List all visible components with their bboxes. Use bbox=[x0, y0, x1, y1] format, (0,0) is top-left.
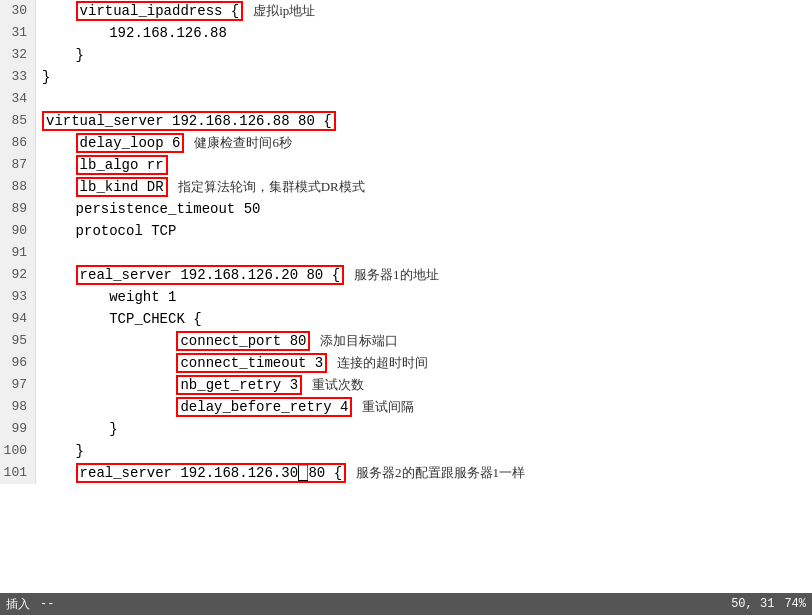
code-100: } bbox=[42, 440, 84, 462]
code-87: lb_algo rr bbox=[42, 154, 168, 176]
annotation-97: 重试次数 bbox=[312, 374, 364, 396]
annotation-95: 添加目标端口 bbox=[320, 330, 398, 352]
box-lb-algo: lb_algo rr bbox=[76, 155, 168, 175]
box-real-server-2: real_server 192.168.126.30█80 { bbox=[76, 463, 346, 483]
code-99: } bbox=[42, 418, 118, 440]
line-32: 32 } bbox=[0, 44, 812, 66]
box-real-server-1: real_server 192.168.126.20 80 { bbox=[76, 265, 344, 285]
line-num-100: 100 bbox=[0, 440, 36, 462]
line-num-98: 98 bbox=[0, 396, 36, 418]
line-num-97: 97 bbox=[0, 374, 36, 396]
box-delay-loop: delay_loop 6 bbox=[76, 133, 185, 153]
code-31: 192.168.126.88 bbox=[42, 22, 227, 44]
line-num-95: 95 bbox=[0, 330, 36, 352]
line-85: 85 virtual_server 192.168.126.88 80 { bbox=[0, 110, 812, 132]
box-virtual-server: virtual_server 192.168.126.88 80 { bbox=[42, 111, 336, 131]
scroll-percent: 74% bbox=[784, 597, 806, 611]
line-93: 93 weight 1 bbox=[0, 286, 812, 308]
line-86: 86 delay_loop 6 健康检查时间6秒 bbox=[0, 132, 812, 154]
line-92: 92 real_server 192.168.126.20 80 { 服务器1的… bbox=[0, 264, 812, 286]
code-93: weight 1 bbox=[42, 286, 176, 308]
line-num-92: 92 bbox=[0, 264, 36, 286]
line-91: 91 bbox=[0, 242, 812, 264]
cursor-position: 50, 31 bbox=[731, 597, 774, 611]
line-31: 31 192.168.126.88 bbox=[0, 22, 812, 44]
insert-mode: 插入 bbox=[6, 596, 30, 613]
code-94: TCP_CHECK { bbox=[42, 308, 202, 330]
annotation-101: 服务器2的配置跟服务器1一样 bbox=[356, 462, 525, 484]
line-88: 88 lb_kind DR 指定算法轮询，集群模式DR模式 bbox=[0, 176, 812, 198]
line-99: 99 } bbox=[0, 418, 812, 440]
code-34 bbox=[42, 88, 50, 110]
box-nb-get-retry: nb_get_retry 3 bbox=[176, 375, 302, 395]
code-block: 30 virtual_ipaddress { 虚拟ip地址 31 192.168… bbox=[0, 0, 812, 484]
line-90: 90 protocol TCP bbox=[0, 220, 812, 242]
line-30: 30 virtual_ipaddress { 虚拟ip地址 bbox=[0, 0, 812, 22]
code-96: connect_timeout 3 bbox=[42, 352, 327, 374]
line-num-90: 90 bbox=[0, 220, 36, 242]
code-88: lb_kind DR bbox=[42, 176, 168, 198]
box-delay-before-retry: delay_before_retry 4 bbox=[176, 397, 352, 417]
dash-separator: -- bbox=[40, 597, 54, 611]
line-num-30: 30 bbox=[0, 0, 36, 22]
line-94: 94 TCP_CHECK { bbox=[0, 308, 812, 330]
status-left: 插入 -- bbox=[6, 596, 54, 613]
code-89: persistence_timeout 50 bbox=[42, 198, 260, 220]
status-right: 50, 31 74% bbox=[731, 597, 806, 611]
line-95: 95 connect_port 80 添加目标端口 bbox=[0, 330, 812, 352]
line-87: 87 lb_algo rr bbox=[0, 154, 812, 176]
line-num-91: 91 bbox=[0, 242, 36, 264]
line-num-101: 101 bbox=[0, 462, 36, 484]
line-num-32: 32 bbox=[0, 44, 36, 66]
line-num-89: 89 bbox=[0, 198, 36, 220]
code-30: virtual_ipaddress { bbox=[42, 0, 243, 22]
box-virtual-ipaddress: virtual_ipaddress { bbox=[76, 1, 244, 21]
status-bar: 插入 -- 50, 31 74% bbox=[0, 593, 812, 615]
code-91 bbox=[42, 242, 50, 264]
line-num-31: 31 bbox=[0, 22, 36, 44]
line-num-88: 88 bbox=[0, 176, 36, 198]
code-95: connect_port 80 bbox=[42, 330, 310, 352]
line-num-93: 93 bbox=[0, 286, 36, 308]
code-33: } bbox=[42, 66, 50, 88]
line-num-33: 33 bbox=[0, 66, 36, 88]
line-num-34: 34 bbox=[0, 88, 36, 110]
code-98: delay_before_retry 4 bbox=[42, 396, 352, 418]
code-101: real_server 192.168.126.30█80 { bbox=[42, 462, 346, 484]
box-lb-kind: lb_kind DR bbox=[76, 177, 168, 197]
line-96: 96 connect_timeout 3 连接的超时时间 bbox=[0, 352, 812, 374]
line-101: 101 real_server 192.168.126.30█80 { 服务器2… bbox=[0, 462, 812, 484]
code-90: protocol TCP bbox=[42, 220, 176, 242]
annotation-96: 连接的超时时间 bbox=[337, 352, 428, 374]
line-98: 98 delay_before_retry 4 重试间隔 bbox=[0, 396, 812, 418]
code-85: virtual_server 192.168.126.88 80 { bbox=[42, 110, 336, 132]
line-97: 97 nb_get_retry 3 重试次数 bbox=[0, 374, 812, 396]
code-32: } bbox=[42, 44, 84, 66]
annotation-30: 虚拟ip地址 bbox=[253, 0, 315, 22]
line-100: 100 } bbox=[0, 440, 812, 462]
annotation-86: 健康检查时间6秒 bbox=[194, 132, 292, 154]
annotation-88: 指定算法轮询，集群模式DR模式 bbox=[178, 176, 365, 198]
line-num-94: 94 bbox=[0, 308, 36, 330]
annotation-98: 重试间隔 bbox=[362, 396, 414, 418]
annotation-92: 服务器1的地址 bbox=[354, 264, 439, 286]
code-86: delay_loop 6 bbox=[42, 132, 184, 154]
line-num-87: 87 bbox=[0, 154, 36, 176]
box-connect-port: connect_port 80 bbox=[176, 331, 310, 351]
line-num-96: 96 bbox=[0, 352, 36, 374]
line-num-99: 99 bbox=[0, 418, 36, 440]
line-34: 34 bbox=[0, 88, 812, 110]
line-num-85: 85 bbox=[0, 110, 36, 132]
line-33: 33 } bbox=[0, 66, 812, 88]
line-89: 89 persistence_timeout 50 bbox=[0, 198, 812, 220]
line-num-86: 86 bbox=[0, 132, 36, 154]
code-92: real_server 192.168.126.20 80 { bbox=[42, 264, 344, 286]
box-connect-timeout: connect_timeout 3 bbox=[176, 353, 327, 373]
code-97: nb_get_retry 3 bbox=[42, 374, 302, 396]
